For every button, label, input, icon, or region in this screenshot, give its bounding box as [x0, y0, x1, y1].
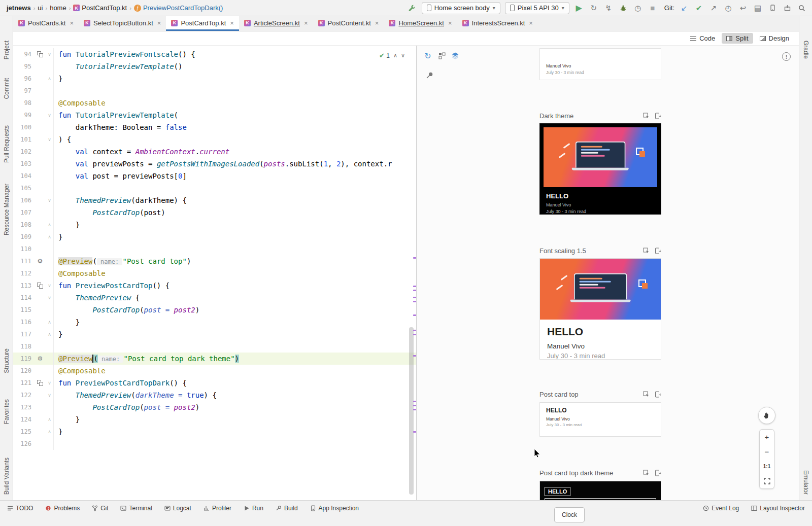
- code-line[interactable]: 110: [13, 243, 416, 255]
- close-icon[interactable]: ×: [157, 19, 161, 27]
- next-problem-icon[interactable]: ∨: [401, 52, 405, 59]
- interactive-preview-icon[interactable]: [642, 248, 650, 255]
- run-config-dropdown[interactable]: Home screen body ▾: [422, 2, 500, 14]
- statusbar-logcat[interactable]: Logcat: [164, 505, 191, 512]
- code-line[interactable]: 103 val previewPosts = getPostsWithImage…: [13, 158, 416, 170]
- code-line[interactable]: 122∨ ThemedPreview(darkTheme = true) {: [13, 389, 416, 401]
- device-dropdown[interactable]: Pixel 5 API 30 ▾: [505, 2, 569, 14]
- view-mode-split[interactable]: Split: [722, 33, 753, 44]
- code-line[interactable]: 98@Composable: [13, 97, 416, 109]
- fold-marker[interactable]: ∧: [46, 231, 54, 243]
- code-line[interactable]: 126: [13, 438, 416, 450]
- breadcrumb-item[interactable]: KPostCardTop.kt: [72, 4, 128, 12]
- code-line[interactable]: 118: [13, 340, 416, 353]
- git-rollback-icon[interactable]: ↩: [738, 3, 748, 13]
- fold-marker[interactable]: ∧: [46, 426, 54, 438]
- git-update-icon[interactable]: ↙: [679, 3, 689, 13]
- statusbar-problems[interactable]: Problems: [45, 505, 80, 512]
- zoom-in-button[interactable]: +: [760, 430, 774, 444]
- run-button[interactable]: ▶: [574, 3, 584, 13]
- view-mode-code[interactable]: Code: [686, 33, 720, 44]
- interactive-preview-icon[interactable]: [642, 470, 650, 477]
- fold-marker[interactable]: ∨: [46, 389, 54, 401]
- close-icon[interactable]: ×: [304, 19, 308, 27]
- tool-strip-emulator[interactable]: Emulator: [799, 470, 812, 495]
- run-preview-gutter-icon[interactable]: [37, 51, 43, 57]
- statusbar-run[interactable]: Run: [244, 505, 263, 512]
- fold-marker[interactable]: ∧: [46, 328, 54, 340]
- interactive-preview-icon[interactable]: [642, 391, 650, 398]
- editor-scrollbar[interactable]: [409, 327, 414, 495]
- preview-settings-gutter-icon[interactable]: ⚙: [38, 255, 43, 267]
- close-icon[interactable]: ×: [529, 19, 533, 27]
- fold-marker[interactable]: ∨: [46, 48, 54, 60]
- debug-button[interactable]: [618, 3, 628, 13]
- statusbar-event-log[interactable]: Event Log: [703, 505, 739, 512]
- tool-strip-commit[interactable]: Commit: [0, 78, 13, 99]
- statusbar-todo[interactable]: TODO: [7, 505, 33, 512]
- git-push-icon[interactable]: ↗: [708, 3, 719, 13]
- code-line[interactable]: 101∨) {: [13, 133, 416, 146]
- code-line[interactable]: 100 darkTheme: Boolean = false: [13, 121, 416, 133]
- code-line[interactable]: 115 PostCardTop(post = post2): [13, 304, 416, 316]
- code-area[interactable]: 94∨fun TutorialPreviewFontscale() {95 Tu…: [13, 46, 416, 450]
- tab-selecttopicbutton-kt[interactable]: KSelectTopicButton.kt×: [79, 16, 166, 31]
- code-line[interactable]: 109∧}: [13, 231, 416, 243]
- code-line[interactable]: 111⚙@Preview( name: "Post card top"): [13, 255, 416, 267]
- prev-problem-icon[interactable]: ∧: [393, 52, 397, 59]
- tool-strip-build-variants[interactable]: Build Variants: [0, 458, 13, 495]
- code-line[interactable]: 99∨fun TutorialPreviewTemplate(: [13, 109, 416, 121]
- code-line[interactable]: 121∨fun PreviewPostCardTopDark() {: [13, 377, 416, 389]
- editor-preview-splitter[interactable]: [416, 46, 417, 500]
- deploy-preview-icon[interactable]: [654, 470, 661, 477]
- tab-articlescreen-kt[interactable]: KArticleScreen.kt×: [239, 16, 313, 31]
- statusbar-app-inspection[interactable]: App Inspection: [310, 505, 359, 512]
- code-line[interactable]: 114∨ ThemedPreview {: [13, 292, 416, 304]
- zoom-out-button[interactable]: −: [760, 444, 774, 459]
- deploy-preview-icon[interactable]: [654, 248, 661, 255]
- code-line[interactable]: 95 TutorialPreviewTemplate(): [13, 60, 416, 73]
- tool-strip-structure[interactable]: Structure: [0, 348, 13, 373]
- fold-marker[interactable]: ∨: [46, 133, 54, 146]
- build-refresh-icon[interactable]: ↻: [423, 51, 432, 60]
- code-line[interactable]: 105: [13, 182, 416, 194]
- zoom-to-fit-button[interactable]: [760, 474, 774, 488]
- statusbar-terminal[interactable]: Terminal: [120, 505, 152, 512]
- git-commit-icon[interactable]: ✔: [694, 3, 704, 13]
- code-line[interactable]: 120@Composable: [13, 365, 416, 377]
- fold-marker[interactable]: ∧: [46, 413, 54, 426]
- tab-homescreen-kt[interactable]: KHomeScreen.kt×: [384, 16, 457, 31]
- code-line[interactable]: 124∧ }: [13, 413, 416, 426]
- breadcrumb-item[interactable]: jetnews: [5, 4, 32, 12]
- breadcrumb-item[interactable]: fPreviewPostCardTopDark(): [132, 4, 225, 12]
- apply-changes-icon[interactable]: ↻: [589, 3, 599, 13]
- layers-icon[interactable]: [451, 51, 460, 60]
- code-line[interactable]: 123 PostCardTop(post = post2): [13, 401, 416, 413]
- code-line[interactable]: 96∧}: [13, 73, 416, 85]
- run-preview-gutter-icon[interactable]: [37, 380, 43, 386]
- pan-hand-button[interactable]: [758, 407, 775, 424]
- code-line[interactable]: 104 val post = previewPosts[0]: [13, 170, 416, 182]
- fold-marker[interactable]: ∨: [46, 279, 54, 292]
- breadcrumb-item[interactable]: ui: [36, 4, 44, 12]
- code-line[interactable]: 94∨fun TutorialPreviewFontscale() {: [13, 48, 416, 60]
- preview-layout-icon[interactable]: [437, 51, 447, 60]
- apply-code-changes-icon[interactable]: ↯: [603, 3, 614, 13]
- tool-strip-gradle[interactable]: Gradle: [799, 41, 812, 59]
- device-manager-icon[interactable]: [767, 3, 777, 13]
- tool-strip-resource-manager[interactable]: Resource Manager: [0, 184, 13, 235]
- close-icon[interactable]: ×: [70, 19, 74, 27]
- tool-strip-pull-requests[interactable]: Pull Requests: [0, 125, 13, 163]
- layout-inspector-toolbar-icon[interactable]: ▤: [753, 3, 763, 13]
- fold-marker[interactable]: ∨: [46, 377, 54, 389]
- code-line[interactable]: 117∧}: [13, 328, 416, 340]
- code-line[interactable]: 125∧}: [13, 426, 416, 438]
- sdk-manager-icon[interactable]: [782, 3, 792, 13]
- profiler-button[interactable]: ◷: [633, 3, 643, 13]
- preview-settings-gutter-icon[interactable]: ⚙: [38, 353, 43, 365]
- deploy-preview-icon[interactable]: [654, 113, 661, 120]
- inspection-widget[interactable]: ✔ 1 ∧ ∨: [379, 52, 405, 59]
- preview-issues-icon[interactable]: !: [782, 52, 791, 61]
- fold-marker[interactable]: ∨: [46, 109, 54, 121]
- fold-marker[interactable]: ∨: [46, 292, 54, 304]
